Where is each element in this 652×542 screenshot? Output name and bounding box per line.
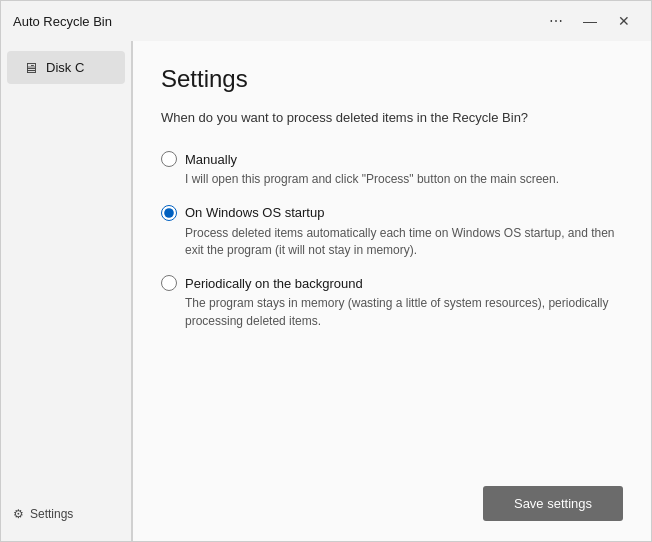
minimize-button[interactable]: — bbox=[575, 6, 605, 36]
disk-icon: 🖥 bbox=[23, 59, 38, 76]
option-periodic-label[interactable]: Periodically on the background bbox=[161, 275, 623, 291]
main-content: 🖥 Disk C ⚙ Settings Settings When do you… bbox=[1, 41, 651, 541]
page-subtitle: When do you want to process deleted item… bbox=[161, 109, 623, 127]
option-periodic-desc: The program stays in memory (wasting a l… bbox=[185, 295, 623, 330]
options-list: Manually I will open this program and cl… bbox=[161, 151, 623, 346]
title-bar-left: Auto Recycle Bin bbox=[13, 14, 112, 29]
settings-link-label: Settings bbox=[30, 507, 73, 521]
sidebar-disk-label: Disk C bbox=[46, 60, 84, 75]
footer: Save settings bbox=[161, 470, 623, 521]
option-startup-text: On Windows OS startup bbox=[185, 205, 324, 220]
option-startup-desc: Process deleted items automatically each… bbox=[185, 225, 623, 260]
sidebar-item-disk-c[interactable]: 🖥 Disk C bbox=[7, 51, 125, 84]
title-bar: Auto Recycle Bin ⋯ — ✕ bbox=[1, 1, 651, 41]
option-startup: On Windows OS startup Process deleted it… bbox=[161, 205, 623, 260]
radio-startup[interactable] bbox=[161, 205, 177, 221]
option-periodic: Periodically on the background The progr… bbox=[161, 275, 623, 330]
settings-icon: ⚙ bbox=[13, 507, 24, 521]
sidebar-top: 🖥 Disk C bbox=[1, 51, 131, 84]
title-bar-controls: ⋯ — ✕ bbox=[541, 6, 639, 36]
close-button[interactable]: ✕ bbox=[609, 6, 639, 36]
option-startup-label[interactable]: On Windows OS startup bbox=[161, 205, 623, 221]
more-button[interactable]: ⋯ bbox=[541, 6, 571, 36]
app-window: Auto Recycle Bin ⋯ — ✕ 🖥 Disk C ⚙ Settin… bbox=[0, 0, 652, 542]
option-periodic-text: Periodically on the background bbox=[185, 276, 363, 291]
page-title: Settings bbox=[161, 65, 623, 93]
radio-manually[interactable] bbox=[161, 151, 177, 167]
option-manually-text: Manually bbox=[185, 152, 237, 167]
main-panel: Settings When do you want to process del… bbox=[133, 41, 651, 541]
save-settings-button[interactable]: Save settings bbox=[483, 486, 623, 521]
option-manually-desc: I will open this program and click "Proc… bbox=[185, 171, 623, 188]
sidebar: 🖥 Disk C ⚙ Settings bbox=[1, 41, 131, 541]
settings-link[interactable]: ⚙ Settings bbox=[13, 507, 119, 521]
sidebar-bottom: ⚙ Settings bbox=[1, 497, 131, 531]
window-title: Auto Recycle Bin bbox=[13, 14, 112, 29]
option-manually: Manually I will open this program and cl… bbox=[161, 151, 623, 188]
radio-periodic[interactable] bbox=[161, 275, 177, 291]
option-manually-label[interactable]: Manually bbox=[161, 151, 623, 167]
